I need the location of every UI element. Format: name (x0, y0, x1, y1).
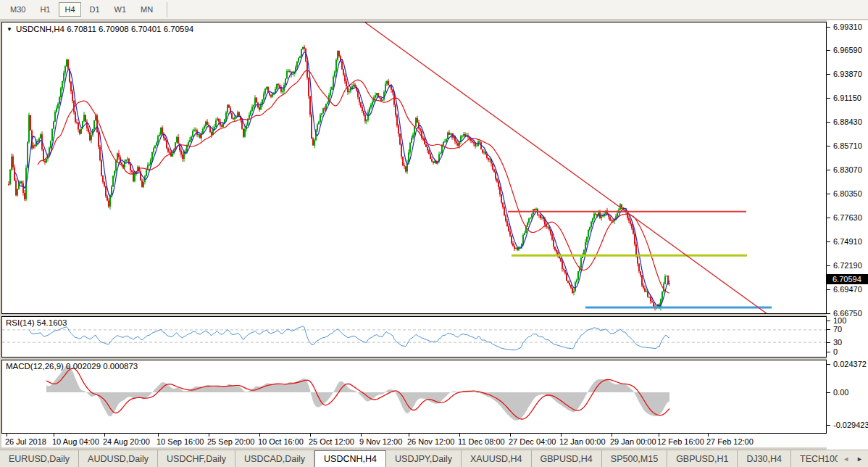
date-tick-label: 9 Nov 12:00 (359, 437, 402, 446)
date-tick (561, 434, 562, 437)
date-tick (158, 434, 159, 437)
date-tick (409, 434, 409, 437)
price-tick-label: 6.91150 (833, 94, 861, 102)
macd-indicator-panel[interactable]: MACD(12,26,9) 0.002029 0.000873 (1, 360, 827, 434)
date-tick (104, 434, 105, 437)
price-tick (827, 98, 830, 99)
price-tick (827, 122, 830, 123)
price-chart-panel[interactable]: ▼USDCNH,H4 6.70811 6.70908 6.70401 6.705… (1, 22, 827, 314)
tab-usdchf-daily[interactable]: USDCHF,Daily (158, 450, 235, 467)
tab-gbpusd-h1[interactable]: GBPUSD,H1 (667, 450, 738, 467)
date-tick-label: 25 Oct 12:00 (309, 437, 354, 446)
tab-usdjpy-daily[interactable]: USDJPY,Daily (386, 450, 462, 467)
tab-usdcad-daily[interactable]: USDCAD,Daily (235, 450, 314, 467)
time-axis[interactable]: 26 Jul 201810 Aug 04:0024 Aug 20:0010 Se… (1, 434, 827, 447)
price-tick (827, 313, 830, 314)
price-tick (827, 74, 830, 75)
chart-title-text: USDCNH,H4 6.70811 6.70908 6.70401 6.7059… (16, 25, 193, 33)
tab-scroll-arrows: ◄ ► (839, 450, 867, 467)
tab-eurusd-daily[interactable]: EURUSD,Daily (0, 450, 79, 467)
price-tick-label: 6.96590 (833, 46, 862, 54)
chart-tab-bar: EURUSD,DailyAUDUSD,DailyUSDCHF,DailyUSDC… (0, 450, 868, 467)
date-tick-label: 10 Sep 16:00 (157, 437, 204, 446)
date-tick (510, 434, 511, 437)
date-tick-label: 12 Jan 00:00 (559, 437, 606, 446)
timeframe-button-m30[interactable]: M30 (4, 2, 31, 17)
rsi-axis-label: 70 (833, 325, 842, 334)
date-tick (209, 434, 209, 437)
timeframe-button-mn[interactable]: MN (135, 2, 159, 17)
timeframe-button-w1[interactable]: W1 (109, 2, 133, 17)
tab-audusd-daily[interactable]: AUDUSD,Daily (79, 450, 158, 467)
date-tick-label: 29 Jan 00:00 (610, 437, 656, 446)
current-price-label: 6.70594 (827, 274, 868, 284)
tab-sp500-m15[interactable]: SP500,M15 (602, 450, 667, 467)
price-tick-label: 6.88430 (833, 117, 862, 126)
rsi-axis-tick (827, 329, 830, 330)
date-tick (7, 434, 7, 437)
macd-name: MACD(12,26,9) (6, 362, 64, 371)
price-axis[interactable]: 6.993106.965906.938706.911506.884306.857… (827, 20, 868, 450)
price-tick-label: 6.85710 (833, 141, 862, 150)
price-tick-label: 6.93870 (833, 70, 862, 78)
date-tick-label: 27 Dec 04:00 (509, 437, 556, 446)
chart-title: ▼USDCNH,H4 6.70811 6.70908 6.70401 6.705… (7, 25, 193, 33)
rsi-label: RSI(14) 54.1603 (6, 318, 67, 327)
tabs-scroll-right-icon[interactable]: ► (853, 455, 867, 463)
price-tick (827, 50, 830, 51)
rsi-chart[interactable] (2, 317, 826, 357)
date-tick (310, 434, 311, 437)
rsi-indicator-panel[interactable]: RSI(14) 54.1603 (1, 316, 827, 358)
tab-xauusd-h4[interactable]: XAUUSD,H4 (462, 450, 532, 467)
macd-value-2: 0.000873 (103, 362, 138, 371)
macd-axis-tick (827, 364, 830, 365)
timeframe-button-d1[interactable]: D1 (84, 2, 106, 17)
tab-usdcnh-h4[interactable]: USDCNH,H4 (314, 450, 386, 467)
rsi-name: RSI(14) (6, 318, 35, 327)
timeframe-toolbar: M30H1H4D1W1MN (0, 0, 868, 20)
tabs-scroll-left-icon[interactable]: ◄ (839, 455, 853, 463)
price-tick (827, 170, 830, 170)
rsi-axis-label: 0 (833, 347, 838, 356)
rsi-value: 54.1603 (37, 318, 67, 327)
candlestick-chart[interactable] (2, 22, 826, 313)
date-tick-label: 11 Dec 08:00 (458, 437, 505, 446)
rsi-axis-tick (827, 321, 830, 321)
date-tick-label: 10 Oct 16:00 (258, 437, 304, 446)
price-tick (827, 289, 830, 290)
date-tick (612, 434, 612, 437)
date-tick-label: 26 Jul 2018 (5, 437, 46, 446)
chart-collapse-icon: ▼ (7, 26, 12, 33)
timeframe-button-h4[interactable]: H4 (59, 2, 80, 17)
price-tick-label: 6.69470 (833, 285, 862, 294)
tab-dj30-h4[interactable]: DJ30,H4 (738, 450, 791, 467)
date-tick-label: 10 Aug 04:00 (52, 437, 99, 446)
price-tick (827, 146, 830, 146)
date-tick (361, 434, 362, 437)
timeframe-button-group: M30H1H4D1W1MN (3, 2, 160, 17)
price-tick-label: 6.83070 (833, 165, 862, 174)
rsi-axis-tick (827, 342, 830, 343)
date-tick-label: 26 Nov 12:00 (407, 437, 454, 446)
price-tick (827, 194, 830, 194)
date-tick (459, 434, 460, 437)
macd-label: MACD(12,26,9) 0.002029 0.000873 (6, 362, 138, 371)
toolbar-separator (167, 2, 167, 17)
price-tick-label: 6.72190 (833, 261, 862, 270)
price-tick (827, 265, 830, 266)
macd-chart[interactable] (2, 360, 826, 433)
macd-value-1: 0.002029 (66, 362, 101, 371)
tab-gbpusd-h4[interactable]: GBPUSD,H4 (532, 450, 602, 467)
date-tick (708, 434, 709, 437)
macd-axis-tick (827, 425, 830, 426)
rsi-axis-tick (827, 352, 830, 352)
rsi-axis-label: 30 (833, 338, 842, 347)
timeframe-button-h1[interactable]: H1 (34, 2, 56, 17)
macd-axis-label: 0.00 (833, 388, 848, 397)
date-tick (659, 434, 659, 437)
tab-tech100-h1[interactable]: TECH100,H1 (791, 450, 838, 467)
date-tick (54, 434, 54, 437)
macd-axis-tick (827, 392, 830, 393)
chart-tabs: EURUSD,DailyAUDUSD,DailyUSDCHF,DailyUSDC… (0, 450, 838, 467)
date-tick-label: 12 Feb 16:00 (657, 437, 704, 446)
